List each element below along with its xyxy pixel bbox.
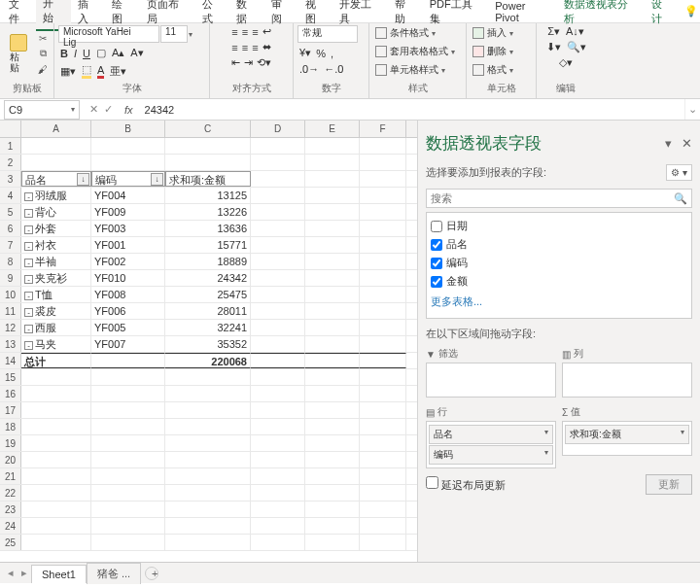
fx-icon[interactable]: fx — [119, 104, 139, 116]
cell[interactable]: 24342 — [165, 270, 251, 286]
row-header[interactable]: 21 — [0, 468, 21, 484]
cond-format-button[interactable]: 条件格式▾ — [373, 25, 438, 41]
cell[interactable] — [360, 485, 406, 501]
row-header[interactable]: 14 — [0, 353, 21, 368]
cell[interactable] — [251, 320, 305, 335]
cell[interactable] — [305, 386, 360, 401]
inc-decimal[interactable]: .0→ — [299, 63, 319, 75]
cell[interactable] — [305, 468, 360, 484]
cell[interactable] — [305, 138, 360, 154]
cell[interactable] — [165, 402, 251, 418]
rows-area[interactable]: 品名▾编码▾ — [426, 421, 556, 468]
field-search-input[interactable] — [431, 192, 674, 204]
cancel-formula-icon[interactable]: ✕ — [89, 103, 98, 116]
field-item[interactable]: 金额 — [431, 272, 687, 291]
cell[interactable] — [360, 336, 406, 352]
cell[interactable] — [305, 254, 360, 269]
cell[interactable] — [91, 386, 165, 401]
cell[interactable] — [251, 485, 305, 501]
cell[interactable] — [305, 221, 360, 236]
collapse-icon[interactable]: - — [24, 192, 33, 201]
cell[interactable] — [91, 155, 165, 170]
cell[interactable]: YF008 — [91, 287, 165, 302]
paste-button[interactable]: 粘贴 — [4, 32, 33, 75]
phonetic-button[interactable]: 亜▾ — [110, 64, 126, 79]
cell[interactable]: YF003 — [91, 221, 165, 236]
cell[interactable] — [165, 138, 251, 154]
cell[interactable] — [251, 270, 305, 286]
pane-minimize-icon[interactable]: ▾ — [665, 136, 672, 151]
cell[interactable] — [251, 303, 305, 319]
cell[interactable]: YF006 — [91, 303, 165, 319]
cell[interactable] — [21, 402, 91, 418]
cell[interactable] — [305, 353, 360, 368]
align-mid[interactable]: ≡ — [242, 26, 248, 38]
cell[interactable] — [360, 204, 406, 220]
cell[interactable] — [21, 155, 91, 170]
align-right[interactable]: ≡ — [252, 42, 258, 53]
cell[interactable] — [360, 155, 406, 170]
cell[interactable] — [251, 502, 305, 517]
format-painter-icon[interactable]: 🖌 — [35, 62, 51, 76]
merge[interactable]: ⬌ — [262, 41, 271, 53]
cell[interactable] — [165, 155, 251, 170]
row-header[interactable]: 3 — [0, 171, 21, 187]
cell[interactable] — [360, 535, 406, 550]
table-format-button[interactable]: 套用表格格式▾ — [373, 44, 457, 59]
italic-button[interactable]: I — [74, 48, 77, 59]
cell[interactable] — [305, 171, 360, 187]
find-button[interactable]: 🔍▾ — [567, 41, 586, 53]
field-item[interactable]: 日期 — [431, 217, 687, 235]
row-header[interactable]: 2 — [0, 155, 21, 170]
autosum-button[interactable]: Σ▾ — [547, 25, 560, 38]
field-checkbox[interactable] — [431, 239, 442, 251]
cell[interactable] — [251, 419, 305, 434]
cell[interactable] — [305, 535, 360, 550]
cell[interactable] — [251, 518, 305, 534]
percent-button[interactable]: % — [316, 48, 326, 59]
cell[interactable] — [165, 369, 251, 385]
sheet-nav-prev[interactable]: ◂ — [4, 567, 18, 579]
number-format-select[interactable]: 常规 — [298, 25, 358, 43]
formula-input[interactable]: 24342 — [139, 102, 684, 118]
select-all-corner[interactable] — [0, 121, 21, 137]
cell[interactable]: 编码↓ — [91, 171, 165, 187]
underline-button[interactable]: U — [83, 48, 90, 59]
align-top[interactable]: ≡ — [231, 26, 237, 38]
cell[interactable] — [305, 336, 360, 352]
cell[interactable]: 求和项:金额 — [165, 171, 251, 187]
cell[interactable] — [251, 237, 305, 253]
cell[interactable]: 总计 — [21, 353, 91, 368]
cell[interactable] — [360, 369, 406, 385]
collapse-icon[interactable]: - — [24, 242, 33, 251]
row-header[interactable]: 20 — [0, 452, 21, 467]
cell[interactable] — [360, 188, 406, 203]
comma-button[interactable]: , — [331, 48, 333, 59]
cell[interactable] — [305, 435, 360, 451]
cut-icon[interactable]: ✂ — [35, 31, 51, 45]
row-header[interactable]: 9 — [0, 270, 21, 286]
cell[interactable] — [251, 353, 305, 368]
cell[interactable]: -半袖 — [21, 254, 91, 269]
cell[interactable]: -夹克衫 — [21, 270, 91, 286]
cell[interactable]: -T恤 — [21, 287, 91, 302]
filter-dropdown-icon[interactable]: ↓ — [77, 173, 89, 186]
field-checkbox[interactable] — [431, 276, 442, 288]
decrease-font-button[interactable]: A▾ — [130, 47, 143, 59]
row-header[interactable]: 19 — [0, 435, 21, 451]
col-header-b[interactable]: B — [91, 121, 165, 137]
font-size-select[interactable]: 11 — [160, 25, 188, 43]
cell[interactable] — [360, 468, 406, 484]
cell[interactable] — [360, 435, 406, 451]
cell[interactable]: YF001 — [91, 237, 165, 253]
cell[interactable]: 25475 — [165, 287, 251, 302]
col-header-e[interactable]: E — [305, 121, 360, 137]
cell[interactable] — [305, 518, 360, 534]
cell[interactable] — [21, 138, 91, 154]
cell[interactable] — [165, 452, 251, 467]
row-header[interactable]: 13 — [0, 336, 21, 352]
cell[interactable]: -裘皮 — [21, 303, 91, 319]
cell[interactable] — [91, 535, 165, 550]
cell[interactable] — [360, 502, 406, 517]
cell[interactable] — [165, 468, 251, 484]
